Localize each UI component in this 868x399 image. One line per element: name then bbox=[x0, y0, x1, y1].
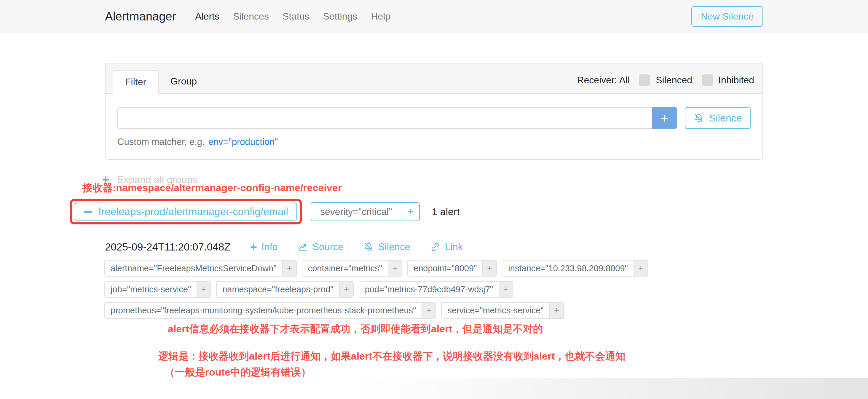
alert-action-silence[interactable]: Silence bbox=[363, 241, 410, 252]
alert-label-tag: service="metrics-service"+ bbox=[441, 302, 563, 319]
alert-label-tag: instance="10.233.98.209:8009"+ bbox=[502, 260, 648, 277]
group-receiver-button[interactable]: freeleaps-prod/alertmanager-config/email bbox=[75, 203, 297, 220]
action-label: Link bbox=[445, 241, 463, 252]
hint-example-link[interactable]: env="production" bbox=[208, 137, 278, 147]
alert-actions-row: 2025-09-24T11:20:07.048Z +InfoSourceSile… bbox=[105, 241, 868, 253]
action-label: Info bbox=[261, 241, 278, 252]
custom-matcher-hint: Custom matcher, e.g.env="production" bbox=[117, 137, 751, 147]
nav-item-silences[interactable]: Silences bbox=[233, 11, 269, 22]
alert-label-text: job="metrics-service" bbox=[104, 281, 197, 298]
alert-label-add-button[interactable]: + bbox=[340, 281, 354, 298]
app-brand[interactable]: Alertmanager bbox=[105, 10, 176, 23]
alert-label-tag: prometheus="freeleaps-monitoring-system/… bbox=[104, 302, 436, 319]
group-matcher: severity="critical" + bbox=[311, 202, 420, 221]
alert-label-tag: alertname="FreeleapsMetricsServiceDown"+ bbox=[104, 260, 297, 277]
group-matcher-add-button[interactable]: + bbox=[401, 202, 420, 221]
nav-item-alerts[interactable]: Alerts bbox=[195, 11, 219, 22]
checkbox-label: Inhibited bbox=[718, 75, 754, 86]
nav-menu: AlertsSilencesStatusSettingsHelp bbox=[195, 11, 391, 22]
annotation-bottom-note-1: 逻辑是：接收器收到alert后进行通知，如果alert不在接收器下，说明接收器没… bbox=[158, 349, 868, 363]
alert-label-text: service="metrics-service" bbox=[441, 302, 550, 319]
alert-label-text: container="metrics" bbox=[302, 260, 389, 277]
chart-icon bbox=[297, 242, 308, 252]
alert-action-source[interactable]: Source bbox=[297, 241, 344, 252]
minus-icon bbox=[84, 211, 92, 213]
checkbox-silenced[interactable]: Silenced bbox=[639, 74, 692, 86]
annotation-highlight-box: freeleaps-prod/alertmanager-config/email bbox=[70, 199, 302, 224]
alert-label-text: namespace="freeleaps-prod" bbox=[216, 281, 339, 298]
silence-button-label: Silence bbox=[709, 112, 742, 124]
alert-label-tag: job="metrics-service"+ bbox=[104, 281, 211, 298]
checkbox-inhibited[interactable]: Inhibited bbox=[702, 74, 754, 86]
alert-action-info[interactable]: +Info bbox=[250, 241, 278, 253]
alert-label-add-button[interactable]: + bbox=[550, 302, 564, 319]
receiver-filter-label[interactable]: Receiver: All bbox=[577, 75, 630, 86]
alert-label-tag: pod="metrics-77d9cdb497-wdsj7"+ bbox=[359, 281, 513, 298]
checkbox-box-icon[interactable] bbox=[702, 74, 713, 86]
annotation-receiver-note: 接收器:namespace/altermanager-config-name/r… bbox=[83, 181, 868, 195]
alert-label-text: prometheus="freeleaps-monitoring-system/… bbox=[104, 302, 422, 319]
tab-group[interactable]: Group bbox=[159, 70, 209, 94]
alert-label-tag: endpoint="8009"+ bbox=[407, 260, 497, 277]
alert-label-tag: container="metrics"+ bbox=[302, 260, 402, 277]
alert-label-add-button[interactable]: + bbox=[499, 281, 513, 298]
alert-count: 1 alert bbox=[432, 206, 460, 218]
annotation-mid-note: alert信息必须在接收器下才表示配置成功，否则即使能看到alert，但是通知是… bbox=[168, 322, 868, 336]
alert-label-add-button[interactable]: + bbox=[197, 281, 211, 298]
nav-item-settings[interactable]: Settings bbox=[323, 11, 358, 22]
action-label: Source bbox=[312, 241, 344, 252]
alert-label-add-button[interactable]: + bbox=[389, 260, 402, 277]
filter-card-body: + Silence Custom matcher, e.g.env="produ… bbox=[105, 94, 763, 159]
filter-card-header: Filter Group Receiver: All SilencedInhib… bbox=[105, 63, 763, 94]
plus-icon: + bbox=[250, 241, 257, 253]
new-silence-button[interactable]: New Silence bbox=[691, 6, 763, 27]
alert-label-text: pod="metrics-77d9cdb497-wdsj7" bbox=[359, 281, 499, 298]
nav-item-help[interactable]: Help bbox=[371, 11, 391, 22]
checkbox-box-icon[interactable] bbox=[639, 74, 650, 86]
tab-filter[interactable]: Filter bbox=[113, 70, 159, 94]
alert-label-text: endpoint="8009" bbox=[407, 260, 483, 277]
alert-label-add-button[interactable]: + bbox=[483, 260, 497, 277]
alert-action-link[interactable]: Link bbox=[430, 241, 463, 252]
header-checkboxes: SilencedInhibited bbox=[639, 74, 754, 86]
alert-label-add-button[interactable]: + bbox=[283, 260, 297, 277]
top-navbar: Alertmanager AlertsSilencesStatusSetting… bbox=[0, 0, 868, 33]
bell-slash-icon bbox=[363, 242, 374, 252]
nav-item-status[interactable]: Status bbox=[282, 11, 309, 22]
checkbox-label: Silenced bbox=[656, 75, 692, 86]
group-matcher-text: severity="critical" bbox=[311, 202, 401, 221]
bell-slash-icon bbox=[693, 113, 704, 123]
link-icon bbox=[430, 242, 440, 252]
bottom-fade bbox=[0, 378, 868, 399]
hint-prefix: Custom matcher, e.g. bbox=[117, 137, 205, 147]
annotation-bottom-note-2: （一般是route中的逻辑有错误） bbox=[165, 366, 868, 379]
add-matcher-button[interactable]: + bbox=[652, 107, 677, 129]
action-label: Silence bbox=[378, 241, 410, 252]
filter-card: Filter Group Receiver: All SilencedInhib… bbox=[105, 63, 763, 160]
alert-label-text: instance="10.233.98.209:8009" bbox=[502, 260, 634, 277]
alert-label-text: alertname="FreeleapsMetricsServiceDown" bbox=[104, 260, 283, 277]
matcher-input[interactable] bbox=[117, 107, 652, 129]
group-receiver-name: freeleaps-prod/alertmanager-config/email bbox=[98, 206, 288, 218]
alert-label-tag: namespace="freeleaps-prod"+ bbox=[216, 281, 353, 298]
filter-tabs: Filter Group bbox=[113, 70, 209, 93]
alert-timestamp: 2025-09-24T11:20:07.048Z bbox=[105, 241, 230, 253]
alert-labels: alertname="FreeleapsMetricsServiceDown"+… bbox=[104, 260, 668, 319]
alert-label-add-button[interactable]: + bbox=[634, 260, 648, 277]
alert-label-add-button[interactable]: + bbox=[422, 302, 436, 319]
silence-filter-button[interactable]: Silence bbox=[685, 107, 751, 129]
alert-group-row: freeleaps-prod/alertmanager-config/email… bbox=[70, 199, 868, 224]
alert-action-links: +InfoSourceSilenceLink bbox=[250, 241, 463, 253]
